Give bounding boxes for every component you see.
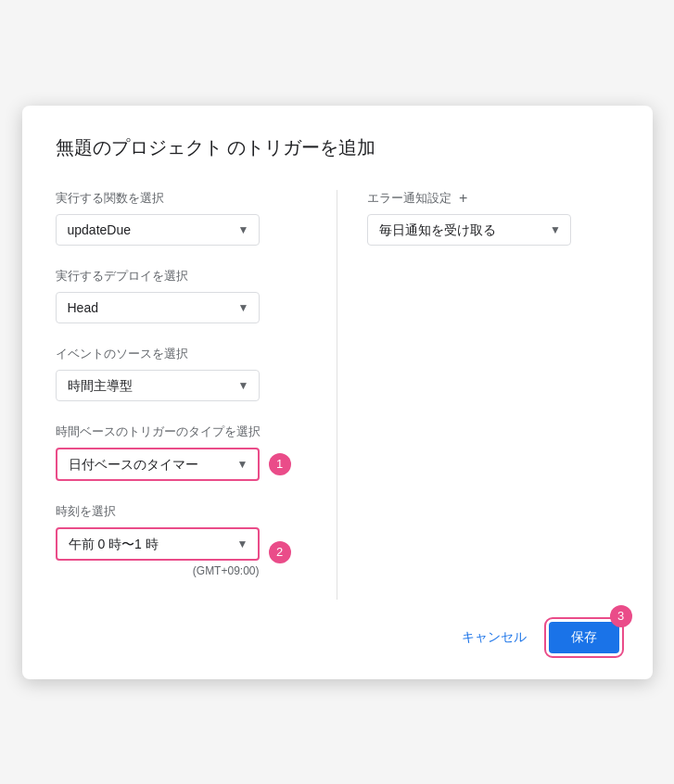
trigger-type-field-group: 時間ベースのトリガーのタイプを選択 日付ベースのタイマー ▼ 1 (56, 424, 308, 481)
trigger-type-select-wrapper[interactable]: 日付ベースのタイマー ▼ (56, 448, 260, 481)
save-button[interactable]: 保存 (549, 622, 619, 653)
dialog-footer: キャンセル 保存 3 (56, 622, 619, 653)
deploy-label: 実行するデプロイを選択 (56, 268, 308, 285)
time-field-group: 時刻を選択 午前 0 時〜1 時 ▼ (GMT+09:00) 2 (56, 503, 308, 577)
badge-3-area: キャンセル 保存 3 (447, 622, 619, 653)
deploy-select-wrapper[interactable]: Head ▼ (56, 292, 260, 323)
badge-1: 1 (269, 453, 291, 475)
trigger-type-label: 時間ベースのトリガーのタイプを選択 (56, 424, 308, 440)
badge-3: 3 (610, 605, 632, 627)
time-select-wrapper[interactable]: 午前 0 時〜1 時 ▼ (56, 527, 260, 561)
function-label: 実行する関数を選択 (56, 190, 308, 207)
left-column: 実行する関数を選択 updateDue ▼ 実行するデプロイを選択 Head ▼ (56, 190, 338, 600)
function-field-group: 実行する関数を選択 updateDue ▼ (56, 190, 308, 246)
event-source-field-group: イベントのソースを選択 時間主導型 ▼ (56, 346, 308, 401)
event-source-label: イベントのソースを選択 (56, 346, 308, 362)
notify-select-wrapper[interactable]: 毎日通知を受け取る ▼ (367, 214, 571, 246)
deploy-field-group: 実行するデプロイを選択 Head ▼ (56, 268, 308, 323)
cancel-button[interactable]: キャンセル (447, 622, 541, 653)
error-notification-label: エラー通知設定 (367, 190, 451, 207)
dialog: 無題のプロジェクト のトリガーを追加 実行する関数を選択 updateDue ▼… (22, 106, 653, 679)
event-source-select-wrapper[interactable]: 時間主導型 ▼ (56, 370, 260, 401)
time-label: 時刻を選択 (56, 503, 308, 520)
deploy-select[interactable]: Head (68, 300, 248, 315)
event-source-select[interactable]: 時間主導型 (68, 378, 248, 393)
badge-2: 2 (269, 541, 291, 563)
timezone-hint: (GMT+09:00) (56, 564, 260, 577)
function-select-wrapper[interactable]: updateDue ▼ (56, 214, 260, 246)
notify-select[interactable]: 毎日通知を受け取る (379, 222, 559, 237)
error-notification-header: エラー通知設定 + (367, 190, 619, 207)
time-badge-row: 午前 0 時〜1 時 ▼ (GMT+09:00) 2 (56, 527, 308, 577)
trigger-type-select[interactable]: 日付ベースのタイマー (69, 457, 247, 472)
function-select[interactable]: updateDue (68, 222, 248, 237)
dialog-title: 無題のプロジェクト のトリガーを追加 (56, 135, 619, 160)
time-select[interactable]: 午前 0 時〜1 時 (69, 537, 247, 551)
right-column: エラー通知設定 + 毎日通知を受け取る ▼ (337, 190, 619, 600)
trigger-type-badge-row: 日付ベースのタイマー ▼ 1 (56, 448, 308, 481)
plus-icon[interactable]: + (459, 190, 467, 207)
